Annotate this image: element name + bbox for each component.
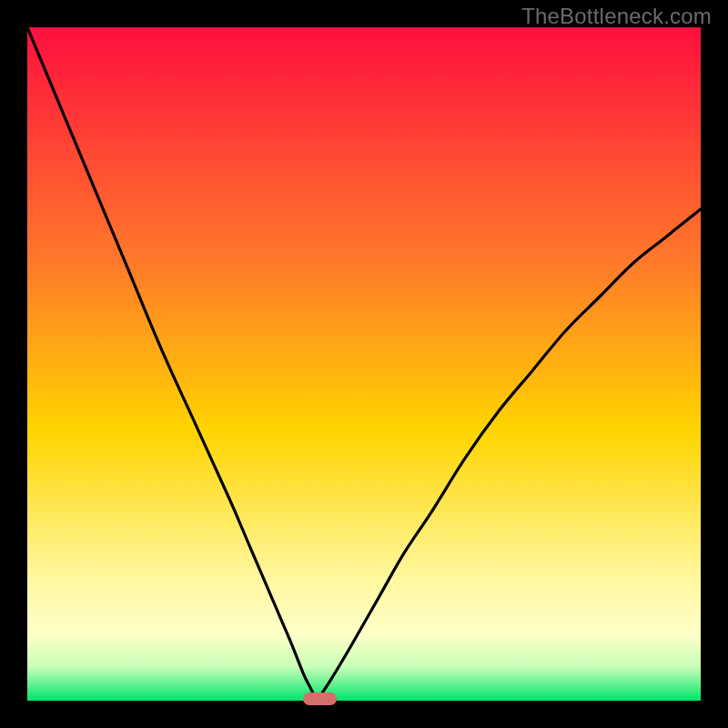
vertex-marker	[303, 693, 337, 705]
watermark-text: TheBottleneck.com	[521, 4, 712, 29]
bottleneck-chart	[27, 27, 701, 701]
chart-root: TheBottleneck.com	[0, 0, 728, 728]
gradient-background	[27, 27, 701, 701]
